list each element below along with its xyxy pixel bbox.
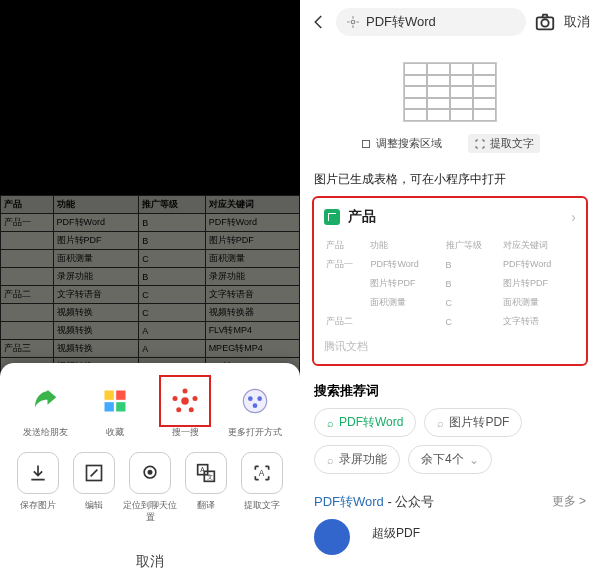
svg-text:A: A — [259, 469, 265, 479]
locate-chat-button[interactable]: 定位到聊天位置 — [122, 452, 178, 523]
search-header: PDF转Word 取消 — [300, 0, 600, 44]
svg-rect-2 — [105, 402, 114, 411]
action-label: 提取文字 — [234, 500, 290, 511]
svg-point-16 — [148, 471, 151, 474]
recommend-chips: ⌕PDF转Word ⌕图片转PDF ⌕录屏功能 余下4个 ⌄ — [300, 408, 600, 474]
cancel-button[interactable]: 取消 — [0, 543, 300, 581]
search-icon: ⌕ — [327, 417, 334, 429]
left-screenshot: 产品功能推广等级对应关键词 产品一PDF转WordBPDF转Word 图片转PD… — [0, 0, 300, 587]
chip-image-to-pdf[interactable]: ⌕图片转PDF — [424, 408, 522, 437]
image-tools: 调整搜索区域 提取文字 — [300, 132, 600, 165]
sparkle-icon — [346, 15, 360, 29]
chip-screen-record[interactable]: ⌕录屏功能 — [314, 445, 400, 474]
action-label: 发送给朋友 — [16, 427, 74, 438]
svg-point-10 — [243, 389, 266, 412]
ocr-icon — [474, 138, 486, 150]
edit-button[interactable]: 编辑 — [66, 452, 122, 523]
svg-point-24 — [541, 19, 548, 26]
save-image-button[interactable]: 保存图片 — [10, 452, 66, 523]
search-icon: ⌕ — [437, 417, 444, 429]
scan-button[interactable]: 搜一搜 — [156, 381, 214, 438]
svg-rect-0 — [105, 391, 114, 400]
svg-rect-3 — [116, 402, 125, 411]
search-input[interactable]: PDF转Word — [336, 8, 526, 36]
search-icon: ⌕ — [327, 454, 334, 466]
svg-text:A: A — [200, 466, 205, 473]
svg-point-11 — [248, 396, 253, 401]
generation-notice: 图片已生成表格，可在小程序中打开 — [300, 165, 600, 196]
black-area — [0, 0, 300, 195]
share-icon — [30, 386, 60, 416]
crop-icon — [360, 138, 372, 150]
right-screenshot: PDF转Word 取消 调整搜索区域 提取文字 图片已生成表格，可在小程序中打开… — [300, 0, 600, 587]
selection-highlight — [159, 375, 211, 427]
extract-text-icon: A — [252, 463, 272, 483]
doc-icon — [324, 209, 340, 225]
recommend-header: 搜索推荐词 — [300, 366, 600, 408]
result-title[interactable]: PDF转Word - 公众号 — [314, 492, 434, 511]
more-link[interactable]: 更多 > — [552, 493, 586, 510]
generated-table-card[interactable]: 产品 › 产品功能推广等级对应关键词 产品一PDF转WordBPDF转Word … — [312, 196, 588, 366]
svg-point-22 — [351, 20, 355, 24]
chip-more[interactable]: 余下4个 ⌄ — [408, 445, 492, 474]
share-button[interactable]: 发送给朋友 — [16, 381, 74, 438]
image-thumbnail[interactable] — [403, 62, 497, 122]
avatar[interactable] — [314, 519, 350, 555]
svg-rect-25 — [363, 140, 370, 147]
action-label: 翻译 — [178, 500, 234, 511]
svg-rect-1 — [116, 391, 125, 400]
more-apps-button[interactable]: 更多打开方式 — [226, 381, 284, 438]
action-label: 定位到聊天位置 — [122, 500, 178, 523]
action-label: 保存图片 — [10, 500, 66, 511]
locate-chat-icon — [140, 463, 160, 483]
chevron-right-icon: › — [571, 209, 576, 225]
result-row: PDF转Word - 公众号 更多 > — [300, 474, 600, 511]
card-title: 产品 — [348, 208, 563, 226]
action-label: 搜一搜 — [156, 427, 214, 438]
cancel-link[interactable]: 取消 — [564, 13, 590, 31]
svg-text:文: 文 — [207, 473, 213, 480]
search-query: PDF转Word — [366, 13, 436, 31]
card-source: 腾讯文档 — [324, 337, 576, 356]
back-icon[interactable] — [310, 13, 328, 31]
action-label: 收藏 — [86, 427, 144, 438]
edit-icon — [84, 463, 104, 483]
chip-pdf-to-word[interactable]: ⌕PDF转Word — [314, 408, 416, 437]
extract-text-tool[interactable]: 提取文字 — [468, 134, 540, 153]
action-sheet: 发送给朋友 收藏 搜一搜 更多打开方式 保存图片 — [0, 363, 300, 587]
more-apps-icon — [241, 387, 269, 415]
result-sub: 超级PDF — [372, 525, 420, 542]
camera-icon[interactable] — [534, 11, 556, 33]
card-mini-table: 产品功能推广等级对应关键词 产品一PDF转WordBPDF转Word 图片转PD… — [324, 236, 576, 331]
action-label: 更多打开方式 — [226, 427, 284, 438]
download-icon — [28, 463, 48, 483]
action-label: 编辑 — [66, 500, 122, 511]
chevron-down-icon: ⌄ — [469, 453, 479, 467]
favorite-icon — [101, 387, 129, 415]
extract-text-button[interactable]: A 提取文字 — [234, 452, 290, 523]
favorite-button[interactable]: 收藏 — [86, 381, 144, 438]
translate-button[interactable]: A文 翻译 — [178, 452, 234, 523]
adjust-region-button[interactable]: 调整搜索区域 — [360, 134, 442, 153]
translate-icon: A文 — [196, 463, 216, 483]
svg-point-13 — [253, 403, 258, 408]
svg-point-12 — [257, 396, 262, 401]
